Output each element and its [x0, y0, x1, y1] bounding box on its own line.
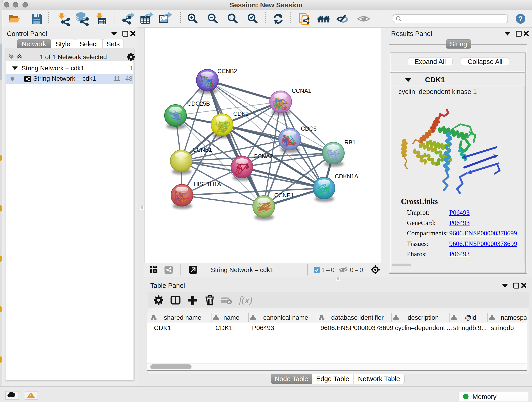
svg-text:HIST1H1A: HIST1H1A [194, 181, 221, 187]
svg-text:canonical name: canonical name [263, 314, 308, 321]
svg-text:f(x): f(x) [239, 295, 252, 306]
svg-text:@id: @id [465, 314, 476, 321]
svg-text:cyclin–dependent ...: cyclin–dependent ... [395, 324, 452, 332]
svg-text:CDK1: CDK1 [215, 324, 233, 332]
svg-text:String Network – cdk1: String Network – cdk1 [211, 266, 273, 274]
svg-text:description: description [408, 314, 438, 321]
svg-text:9606.ENSP00000378699: 9606.ENSP00000378699 [321, 324, 393, 332]
svg-text:CDKN1A: CDKN1A [335, 173, 358, 180]
svg-text:0 – 0: 0 – 0 [350, 266, 363, 274]
svg-text:RB1: RB1 [344, 139, 355, 146]
svg-text:name: name [223, 314, 239, 321]
svg-text:CCNA2: CCNA2 [253, 153, 273, 160]
svg-text:stringdb:9...: stringdb:9... [453, 324, 487, 332]
svg-text:P06493: P06493 [252, 324, 274, 332]
svg-text:CDK1: CDK1 [233, 110, 249, 117]
svg-text:CDC6: CDC6 [301, 125, 317, 132]
svg-text:CCNA1: CCNA1 [292, 87, 311, 94]
svg-text:?: ? [518, 15, 523, 23]
svg-text:CCNB1: CCNB1 [192, 146, 212, 153]
svg-text:CCNE1: CCNE1 [274, 192, 294, 199]
svg-text:namespac: namespac [500, 314, 526, 321]
svg-text:stringdb: stringdb [491, 324, 514, 332]
svg-text:CCNB2: CCNB2 [217, 68, 237, 75]
svg-text:database identifier: database identifier [331, 314, 384, 321]
svg-text:1 – 0: 1 – 0 [321, 266, 335, 274]
svg-text:CDK1: CDK1 [154, 324, 171, 332]
svg-text:CDC25B: CDC25B [187, 100, 210, 107]
svg-text:shared name: shared name [164, 314, 201, 321]
